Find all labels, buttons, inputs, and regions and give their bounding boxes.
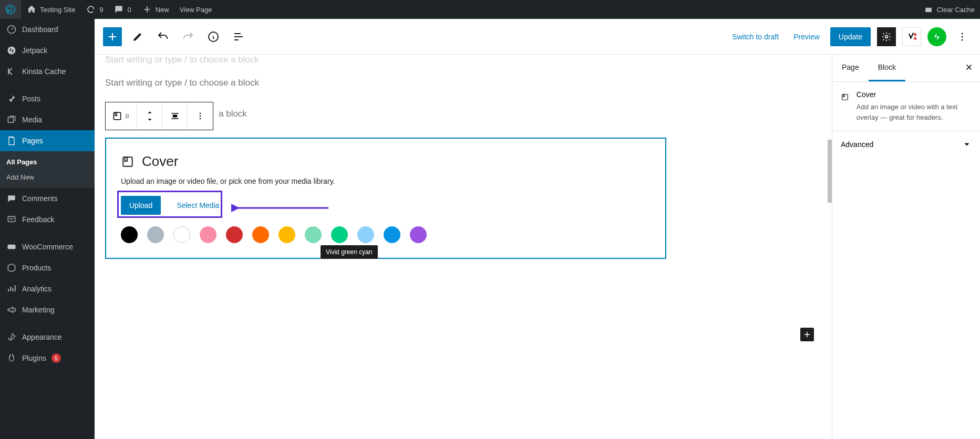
svg-point-19 — [127, 116, 128, 117]
wp-logo[interactable] — [0, 0, 21, 19]
comments-link[interactable]: 0 — [108, 0, 136, 19]
swatch-amber[interactable] — [278, 226, 295, 243]
block-align-button[interactable] — [162, 102, 188, 130]
sidebar-item-marketing[interactable]: Marketing — [0, 299, 95, 320]
tab-page[interactable]: Page — [832, 55, 869, 81]
block-type-button[interactable] — [106, 102, 137, 130]
svg-point-24 — [200, 116, 201, 117]
plus-icon — [142, 4, 152, 15]
sidebar-sub-all-pages[interactable]: All Pages — [0, 154, 95, 170]
redo-button[interactable] — [179, 27, 198, 46]
sidebar-item-jetpack[interactable]: Jetpack — [0, 40, 95, 61]
yoast-button[interactable] — [902, 27, 921, 46]
list-icon — [232, 30, 245, 43]
sidebar-sub-add-new[interactable]: Add New — [0, 170, 95, 185]
block-more-button[interactable] — [188, 102, 213, 130]
swatch-vivid-cyan-blue[interactable] — [384, 226, 400, 243]
close-sidebar-button[interactable] — [958, 62, 980, 74]
block-move-buttons[interactable] — [137, 102, 162, 130]
cover-icon — [121, 155, 135, 169]
analytics-icon — [6, 284, 17, 294]
sidebar-item-kinsta[interactable]: Kinsta Cache — [0, 61, 95, 82]
gear-icon — [881, 32, 892, 42]
jetpack-button[interactable] — [927, 27, 946, 46]
sidebar-item-posts[interactable]: Posts — [0, 88, 95, 109]
swatch-gray[interactable] — [147, 226, 164, 243]
settings-button[interactable] — [877, 27, 896, 46]
sidebar-label: Jetpack — [22, 46, 47, 55]
sidebar-submenu: All Pages Add New — [0, 151, 95, 188]
site-link[interactable]: Testing Site — [21, 0, 80, 19]
drag-icon — [123, 112, 131, 120]
sidebar-label: WooCommerce — [22, 243, 73, 251]
sidebar-item-plugins[interactable]: Plugins5 — [0, 348, 95, 369]
align-icon — [170, 111, 180, 121]
undo-button[interactable] — [153, 27, 172, 46]
advanced-panel-toggle[interactable]: Advanced — [832, 131, 980, 158]
sidebar-item-dashboard[interactable]: Dashboard — [0, 19, 95, 40]
editor-canvas[interactable]: Start writing or type / to choose a bloc… — [95, 55, 832, 439]
svg-point-20 — [126, 117, 127, 118]
feedback-icon — [6, 214, 17, 225]
view-page-link[interactable]: View Page — [174, 0, 218, 19]
block-editor: Switch to draft Preview Update Start wri… — [95, 19, 980, 439]
placeholder-text[interactable]: Start writing or type / to choose a bloc… — [105, 55, 821, 68]
clear-cache-label: Clear Cache — [937, 6, 975, 14]
sidebar-label: Plugins — [22, 354, 46, 362]
more-menu-button[interactable] — [953, 27, 972, 46]
block-toolbar — [105, 102, 213, 130]
sidebar-item-feedback[interactable]: Feedback — [0, 209, 95, 230]
swatch-light-green-cyan[interactable] — [305, 226, 322, 243]
swatch-red[interactable] — [226, 226, 243, 243]
update-button[interactable]: Update — [830, 27, 871, 46]
chevron-down-icon — [962, 140, 972, 149]
sidebar-item-comments[interactable]: Comments — [0, 188, 95, 209]
svg-point-21 — [127, 117, 128, 118]
edit-mode-button[interactable] — [128, 27, 147, 46]
info-button[interactable] — [204, 27, 223, 46]
preview-button[interactable]: Preview — [789, 28, 824, 45]
undo-icon — [157, 30, 169, 43]
sidebar-item-media[interactable]: Media — [0, 109, 95, 130]
swatch-vivid-green-cyan[interactable] — [331, 226, 348, 243]
woo-icon — [6, 242, 17, 252]
scrollbar[interactable] — [828, 140, 832, 203]
wordpress-icon — [5, 4, 16, 15]
updates-link[interactable]: 9 — [80, 0, 108, 19]
svg-point-18 — [126, 116, 127, 117]
editor-header: Switch to draft Preview Update — [95, 19, 980, 55]
add-block-fab[interactable] — [800, 328, 814, 341]
svg-rect-15 — [115, 112, 116, 116]
chevron-up-icon — [146, 109, 153, 116]
swatch-white[interactable] — [173, 226, 190, 243]
new-link[interactable]: New — [137, 0, 174, 19]
switch-draft-button[interactable]: Switch to draft — [728, 28, 783, 45]
add-block-button[interactable] — [103, 27, 122, 46]
sidebar-item-products[interactable]: Products — [0, 257, 95, 278]
sidebar-item-appearance[interactable]: Appearance — [0, 327, 95, 348]
cover-block[interactable]: Cover Upload an image or video file, or … — [105, 138, 666, 259]
svg-point-10 — [914, 37, 916, 39]
marketing-icon — [6, 305, 17, 315]
swatch-pink[interactable] — [200, 226, 216, 243]
select-media-button[interactable]: Select Media — [168, 196, 228, 215]
swatch-black[interactable] — [121, 226, 138, 243]
outline-button[interactable] — [229, 27, 248, 46]
swatch-pale-cyan-blue[interactable] — [357, 226, 374, 243]
pages-icon — [6, 135, 17, 146]
sidebar-item-woocommerce[interactable]: WooCommerce — [0, 236, 95, 257]
sidebar-item-analytics[interactable]: Analytics — [0, 278, 95, 299]
jetpack-icon — [6, 45, 17, 56]
placeholder-text[interactable]: Start writing or type / to choose a bloc… — [105, 75, 821, 91]
tab-block[interactable]: Block — [869, 55, 905, 81]
upload-button[interactable]: Upload — [121, 196, 161, 215]
sidebar-item-pages[interactable]: Pages — [0, 130, 95, 151]
swatch-orange[interactable] — [252, 226, 269, 243]
sidebar-label: Pages — [22, 137, 43, 145]
kinsta-icon — [6, 66, 17, 77]
swatch-vivid-purple[interactable] — [410, 226, 427, 243]
placeholder-partial: a block — [219, 106, 247, 122]
clear-cache-link[interactable]: Clear Cache — [918, 0, 980, 19]
sidebar-label: Feedback — [22, 215, 54, 224]
svg-point-23 — [200, 113, 201, 114]
